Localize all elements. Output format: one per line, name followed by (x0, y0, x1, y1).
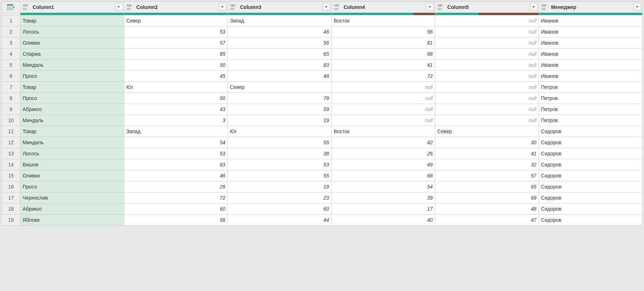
cell[interactable]: 56 (124, 215, 227, 226)
cell[interactable]: 57 (124, 37, 227, 49)
cell[interactable]: Восток (331, 126, 435, 137)
cell[interactable]: 43 (124, 104, 227, 115)
cell[interactable]: Сидоров (539, 159, 642, 170)
cell[interactable]: Миндаль (20, 60, 124, 71)
row-number[interactable]: 16 (2, 181, 20, 192)
cell[interactable]: Товар (20, 15, 124, 26)
cell[interactable]: 54 (124, 137, 227, 148)
row-number[interactable]: 18 (2, 204, 20, 215)
cell[interactable]: Иванов (539, 60, 642, 71)
column-header[interactable]: ABC123Column4▼ (331, 2, 435, 13)
column-header[interactable]: ABC123Менеджер▼ (539, 2, 642, 13)
cell[interactable]: 48 (435, 204, 539, 215)
cell[interactable]: 47 (435, 215, 539, 226)
cell[interactable]: Просо (20, 181, 124, 192)
cell[interactable]: Сидоров (539, 215, 642, 226)
row-number[interactable]: 14 (2, 159, 20, 170)
cell[interactable]: Абрикос (20, 104, 124, 115)
cell[interactable]: null (331, 115, 435, 126)
cell[interactable]: Сидоров (539, 204, 642, 215)
cell[interactable]: Товар (20, 82, 124, 93)
table-row[interactable]: 18Абрикос60601748Сидоров (2, 204, 643, 215)
table-row[interactable]: 17Чернослив72233969Сидоров (2, 192, 643, 204)
cell[interactable]: Яблоки (20, 215, 124, 226)
table-row[interactable]: 1ТоварСеверЗападВостокnullИванов (2, 15, 643, 26)
table-row[interactable]: 11ТоварЗападЮгВостокСеверСидоров (2, 126, 643, 137)
cell[interactable]: 40 (331, 215, 435, 226)
cell[interactable]: Петров (539, 115, 642, 126)
cell[interactable]: Лосось (20, 26, 124, 37)
table-corner-menu[interactable]: ▼ (2, 2, 20, 13)
cell[interactable]: 48 (228, 71, 331, 82)
table-row[interactable]: 15Оливки46556857Сидоров (2, 170, 643, 181)
cell[interactable]: null (331, 104, 435, 115)
table-row[interactable]: 13Лосось53382641Сидоров (2, 148, 643, 159)
cell[interactable]: Сидоров (539, 181, 642, 192)
cell[interactable]: 83 (228, 60, 331, 71)
column-filter-button[interactable]: ▼ (218, 3, 226, 11)
cell[interactable]: 41 (435, 148, 539, 159)
cell[interactable]: null (331, 93, 435, 104)
cell[interactable]: Сидоров (539, 148, 642, 159)
cell[interactable]: 42 (331, 137, 435, 148)
table-row[interactable]: 16Просо26195465Сидоров (2, 181, 643, 192)
row-number[interactable]: 13 (2, 148, 20, 159)
cell[interactable]: Запад (124, 126, 227, 137)
cell[interactable]: 65 (228, 49, 331, 60)
cell[interactable]: 53 (124, 26, 227, 37)
cell[interactable]: Иванов (539, 49, 642, 60)
cell[interactable]: Север (228, 82, 331, 93)
datatype-any-icon[interactable]: ABC123 (126, 4, 134, 11)
table-row[interactable]: 8Просо5078nullnullПетров (2, 93, 643, 104)
cell[interactable]: null (435, 71, 539, 82)
cell[interactable]: 59 (228, 104, 331, 115)
cell[interactable]: 81 (331, 37, 435, 49)
table-row[interactable]: 4Спаржа856568nullИванов (2, 49, 643, 60)
column-filter-button[interactable]: ▼ (426, 3, 434, 11)
cell[interactable]: Север (435, 126, 539, 137)
cell[interactable]: 53 (124, 148, 227, 159)
row-number[interactable]: 4 (2, 49, 20, 60)
cell[interactable]: 85 (124, 49, 227, 60)
cell[interactable]: 65 (435, 181, 539, 192)
cell[interactable]: 57 (435, 170, 539, 181)
cell[interactable]: Юг (124, 82, 227, 93)
cell[interactable]: 78 (228, 93, 331, 104)
cell[interactable]: null (435, 104, 539, 115)
cell[interactable]: 68 (331, 49, 435, 60)
cell[interactable]: null (435, 26, 539, 37)
cell[interactable]: 39 (331, 192, 435, 204)
row-number[interactable]: 5 (2, 60, 20, 71)
cell[interactable]: null (435, 82, 539, 93)
cell[interactable]: Абрикос (20, 204, 124, 215)
row-number[interactable]: 17 (2, 192, 20, 204)
row-number[interactable]: 10 (2, 115, 20, 126)
cell[interactable]: Юг (228, 126, 331, 137)
cell[interactable]: 23 (228, 192, 331, 204)
cell[interactable]: null (435, 37, 539, 49)
cell[interactable]: Север (124, 15, 227, 26)
column-header[interactable]: ABC123Column5▼ (435, 2, 539, 13)
cell[interactable]: 46 (228, 26, 331, 37)
cell[interactable]: 56 (331, 26, 435, 37)
cell[interactable]: Петров (539, 93, 642, 104)
cell[interactable]: 26 (124, 181, 227, 192)
table-row[interactable]: 12Миндаль54554230Сидоров (2, 137, 643, 148)
cell[interactable]: 32 (435, 159, 539, 170)
cell[interactable]: 60 (228, 204, 331, 215)
row-number[interactable]: 12 (2, 137, 20, 148)
cell[interactable]: Миндаль (20, 137, 124, 148)
cell[interactable]: Сидоров (539, 137, 642, 148)
column-header[interactable]: ABC123Column2▼ (124, 2, 227, 13)
row-number[interactable]: 1 (2, 15, 20, 26)
cell[interactable]: Лосось (20, 148, 124, 159)
column-header[interactable]: ABC123Column3▼ (228, 2, 331, 13)
cell[interactable]: Иванов (539, 71, 642, 82)
cell[interactable]: null (435, 115, 539, 126)
cell[interactable]: Оливки (20, 37, 124, 49)
row-number[interactable]: 3 (2, 37, 20, 49)
table-row[interactable]: 3Оливки575681nullИванов (2, 37, 643, 49)
cell[interactable]: 50 (124, 93, 227, 104)
column-filter-button[interactable]: ▼ (633, 3, 641, 11)
cell[interactable]: null (331, 82, 435, 93)
